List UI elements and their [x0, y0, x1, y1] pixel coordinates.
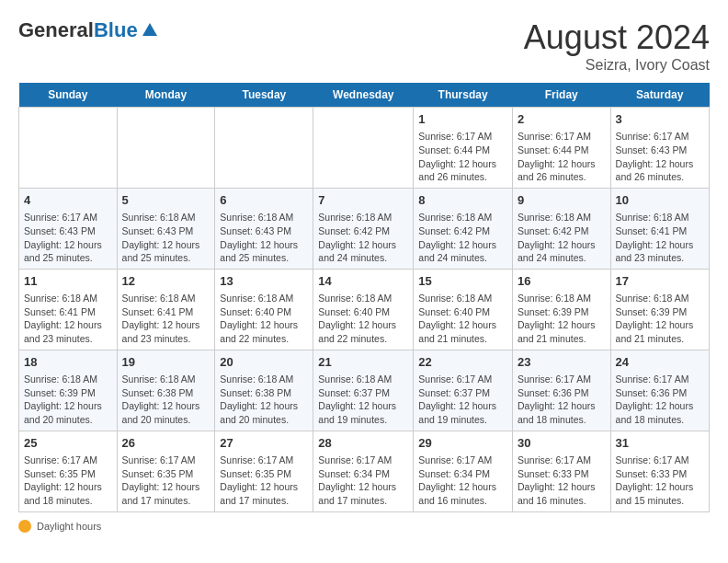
calendar-cell	[117, 108, 215, 189]
day-info: Sunrise: 6:18 AM Sunset: 6:40 PM Dayligh…	[220, 292, 308, 346]
calendar-cell: 22Sunrise: 6:17 AM Sunset: 6:37 PM Dayli…	[414, 350, 513, 431]
day-info: Sunrise: 6:18 AM Sunset: 6:39 PM Dayligh…	[24, 373, 112, 427]
page-header: General Blue August 2024 Seizra, Ivory C…	[18, 18, 710, 74]
calendar-cell: 14Sunrise: 6:18 AM Sunset: 6:40 PM Dayli…	[313, 269, 414, 350]
calendar-cell: 31Sunrise: 6:17 AM Sunset: 6:33 PM Dayli…	[610, 431, 709, 511]
day-info: Sunrise: 6:18 AM Sunset: 6:41 PM Dayligh…	[122, 292, 210, 346]
day-number: 22	[418, 354, 507, 371]
main-title: August 2024	[524, 18, 710, 57]
day-number: 27	[220, 435, 308, 452]
col-tuesday: Tuesday	[215, 83, 313, 108]
day-number: 5	[122, 192, 210, 209]
calendar-cell: 9Sunrise: 6:18 AM Sunset: 6:42 PM Daylig…	[512, 188, 610, 269]
day-info: Sunrise: 6:18 AM Sunset: 6:38 PM Dayligh…	[122, 373, 210, 427]
day-number: 28	[318, 435, 408, 452]
day-number: 11	[24, 273, 112, 290]
calendar-cell: 25Sunrise: 6:17 AM Sunset: 6:35 PM Dayli…	[19, 431, 118, 511]
day-info: Sunrise: 6:18 AM Sunset: 6:43 PM Dayligh…	[122, 211, 210, 265]
day-number: 7	[318, 192, 408, 209]
day-number: 25	[24, 435, 112, 452]
logo-blue-text: Blue	[94, 18, 138, 42]
calendar-cell: 30Sunrise: 6:17 AM Sunset: 6:33 PM Dayli…	[512, 431, 610, 511]
day-info: Sunrise: 6:18 AM Sunset: 6:43 PM Dayligh…	[220, 211, 308, 265]
daylight-label: Daylight hours	[37, 521, 101, 532]
day-number: 17	[616, 273, 704, 290]
calendar-cell: 23Sunrise: 6:17 AM Sunset: 6:36 PM Dayli…	[512, 350, 610, 431]
day-header-row: Sunday Monday Tuesday Wednesday Thursday…	[19, 83, 710, 108]
day-info: Sunrise: 6:18 AM Sunset: 6:41 PM Dayligh…	[616, 211, 704, 265]
calendar-cell: 13Sunrise: 6:18 AM Sunset: 6:40 PM Dayli…	[215, 269, 313, 350]
col-monday: Monday	[117, 83, 215, 108]
day-info: Sunrise: 6:17 AM Sunset: 6:43 PM Dayligh…	[24, 211, 112, 265]
calendar-cell: 3Sunrise: 6:17 AM Sunset: 6:43 PM Daylig…	[610, 108, 709, 189]
day-info: Sunrise: 6:17 AM Sunset: 6:36 PM Dayligh…	[518, 373, 606, 427]
day-info: Sunrise: 6:17 AM Sunset: 6:44 PM Dayligh…	[418, 130, 507, 184]
calendar-cell: 11Sunrise: 6:18 AM Sunset: 6:41 PM Dayli…	[19, 269, 118, 350]
day-number: 1	[418, 111, 507, 128]
day-info: Sunrise: 6:18 AM Sunset: 6:41 PM Dayligh…	[24, 292, 112, 346]
day-number: 14	[318, 273, 408, 290]
day-number: 10	[616, 192, 704, 209]
day-info: Sunrise: 6:17 AM Sunset: 6:35 PM Dayligh…	[24, 454, 112, 508]
week-row-1: 1Sunrise: 6:17 AM Sunset: 6:44 PM Daylig…	[19, 108, 710, 189]
day-number: 23	[518, 354, 606, 371]
calendar-cell: 12Sunrise: 6:18 AM Sunset: 6:41 PM Dayli…	[117, 269, 215, 350]
calendar-cell: 10Sunrise: 6:18 AM Sunset: 6:41 PM Dayli…	[610, 188, 709, 269]
calendar-cell: 29Sunrise: 6:17 AM Sunset: 6:34 PM Dayli…	[414, 431, 513, 511]
col-wednesday: Wednesday	[313, 83, 414, 108]
day-number: 12	[122, 273, 210, 290]
sun-icon	[18, 520, 31, 533]
day-info: Sunrise: 6:17 AM Sunset: 6:33 PM Dayligh…	[616, 454, 704, 508]
day-number: 18	[24, 354, 112, 371]
day-info: Sunrise: 6:18 AM Sunset: 6:42 PM Dayligh…	[418, 211, 507, 265]
calendar-cell: 6Sunrise: 6:18 AM Sunset: 6:43 PM Daylig…	[215, 188, 313, 269]
calendar-cell	[215, 108, 313, 189]
col-thursday: Thursday	[414, 83, 513, 108]
calendar-cell: 24Sunrise: 6:17 AM Sunset: 6:36 PM Dayli…	[610, 350, 709, 431]
day-number: 30	[518, 435, 606, 452]
week-row-2: 4Sunrise: 6:17 AM Sunset: 6:43 PM Daylig…	[19, 188, 710, 269]
logo-general-text: General	[18, 18, 94, 42]
day-info: Sunrise: 6:18 AM Sunset: 6:40 PM Dayligh…	[418, 292, 507, 346]
day-number: 21	[318, 354, 408, 371]
day-info: Sunrise: 6:18 AM Sunset: 6:42 PM Dayligh…	[518, 211, 606, 265]
calendar-cell: 8Sunrise: 6:18 AM Sunset: 6:42 PM Daylig…	[414, 188, 513, 269]
calendar-cell: 19Sunrise: 6:18 AM Sunset: 6:38 PM Dayli…	[117, 350, 215, 431]
calendar-cell: 1Sunrise: 6:17 AM Sunset: 6:44 PM Daylig…	[414, 108, 513, 189]
calendar-cell: 2Sunrise: 6:17 AM Sunset: 6:44 PM Daylig…	[512, 108, 610, 189]
day-number: 19	[122, 354, 210, 371]
day-number: 29	[418, 435, 507, 452]
day-info: Sunrise: 6:17 AM Sunset: 6:35 PM Dayligh…	[220, 454, 308, 508]
day-number: 6	[220, 192, 308, 209]
day-info: Sunrise: 6:18 AM Sunset: 6:42 PM Dayligh…	[318, 211, 408, 265]
calendar-cell: 5Sunrise: 6:18 AM Sunset: 6:43 PM Daylig…	[117, 188, 215, 269]
day-info: Sunrise: 6:17 AM Sunset: 6:34 PM Dayligh…	[318, 454, 408, 508]
day-info: Sunrise: 6:17 AM Sunset: 6:37 PM Dayligh…	[418, 373, 507, 427]
week-row-4: 18Sunrise: 6:18 AM Sunset: 6:39 PM Dayli…	[19, 350, 710, 431]
day-number: 2	[518, 111, 606, 128]
calendar-cell: 26Sunrise: 6:17 AM Sunset: 6:35 PM Dayli…	[117, 431, 215, 511]
day-info: Sunrise: 6:18 AM Sunset: 6:37 PM Dayligh…	[318, 373, 408, 427]
calendar-cell	[19, 108, 118, 189]
day-info: Sunrise: 6:17 AM Sunset: 6:35 PM Dayligh…	[122, 454, 210, 508]
day-info: Sunrise: 6:17 AM Sunset: 6:33 PM Dayligh…	[518, 454, 606, 508]
day-number: 8	[418, 192, 507, 209]
day-number: 9	[518, 192, 606, 209]
day-info: Sunrise: 6:18 AM Sunset: 6:40 PM Dayligh…	[318, 292, 408, 346]
day-info: Sunrise: 6:18 AM Sunset: 6:39 PM Dayligh…	[518, 292, 606, 346]
calendar-table: Sunday Monday Tuesday Wednesday Thursday…	[18, 83, 710, 512]
day-info: Sunrise: 6:17 AM Sunset: 6:34 PM Dayligh…	[418, 454, 507, 508]
day-info: Sunrise: 6:18 AM Sunset: 6:39 PM Dayligh…	[616, 292, 704, 346]
day-number: 3	[616, 111, 704, 128]
day-number: 15	[418, 273, 507, 290]
col-sunday: Sunday	[19, 83, 118, 108]
day-number: 16	[518, 273, 606, 290]
calendar-cell: 4Sunrise: 6:17 AM Sunset: 6:43 PM Daylig…	[19, 188, 118, 269]
calendar-cell: 21Sunrise: 6:18 AM Sunset: 6:37 PM Dayli…	[313, 350, 414, 431]
calendar-cell	[313, 108, 414, 189]
day-number: 24	[616, 354, 704, 371]
calendar-cell: 15Sunrise: 6:18 AM Sunset: 6:40 PM Dayli…	[414, 269, 513, 350]
logo: General Blue	[18, 18, 159, 42]
day-info: Sunrise: 6:17 AM Sunset: 6:44 PM Dayligh…	[518, 130, 606, 184]
footer-note: Daylight hours	[18, 520, 710, 533]
